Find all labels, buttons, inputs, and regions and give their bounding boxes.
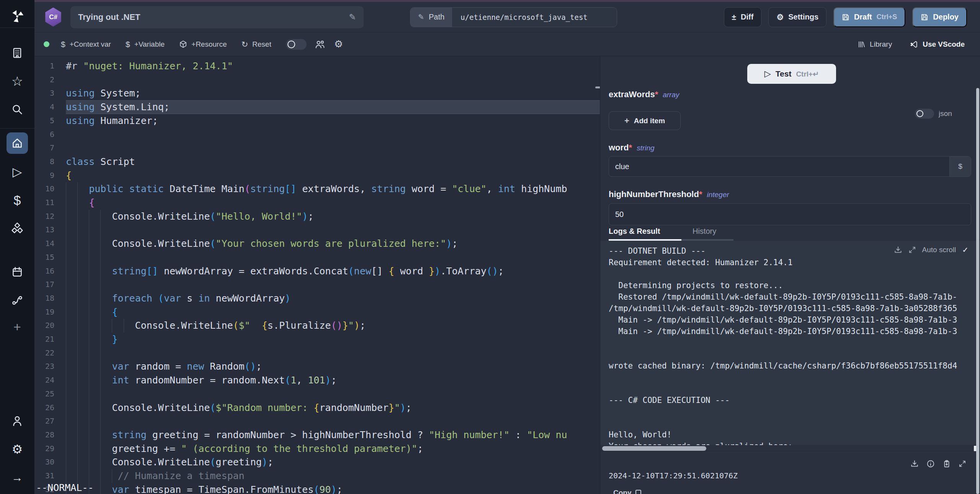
sidebar-item-resources-cubes-icon[interactable] bbox=[0, 214, 34, 243]
code-line[interactable]: 8class Script bbox=[34, 155, 600, 169]
code-line[interactable]: 15 bbox=[34, 251, 600, 264]
gear-icon: ⚙ bbox=[776, 13, 784, 21]
code-line[interactable]: 20 Console.WriteLine($" {s.Pluralize()}"… bbox=[34, 319, 600, 333]
logs-output[interactable]: --- DOTNET BUILD ---Requirement detected… bbox=[600, 241, 980, 445]
code-editor[interactable]: 1#r "nuget: Humanizer, 2.14.1"23using Sy… bbox=[34, 56, 600, 494]
code-line[interactable]: 16 string[] newWordArray = extraWords.Co… bbox=[34, 264, 600, 278]
settings-button[interactable]: ⚙ Settings bbox=[768, 7, 826, 27]
page-vertical-scrollbar[interactable] bbox=[976, 88, 979, 494]
add-variable-button[interactable]: $ +Variable bbox=[126, 40, 165, 49]
path-value[interactable]: u/etienne/microsoft_java_test bbox=[452, 8, 617, 27]
code-line[interactable]: 28 string greeting = randomNumber > high… bbox=[34, 428, 600, 442]
code-line[interactable]: 1#r "nuget: Humanizer, 2.14.1" bbox=[34, 59, 600, 73]
log-line: Restored /tmp/windmill/wk-default-89p2b-… bbox=[609, 291, 980, 303]
header: C# Trying out .NET ✎ ✎ Path u/etienne/mi… bbox=[34, 2, 980, 33]
field-name: extraWords bbox=[609, 90, 655, 99]
sidebar-item-home[interactable] bbox=[7, 132, 28, 154]
deploy-button[interactable]: Deploy bbox=[912, 7, 967, 27]
code-line[interactable]: 19 { bbox=[34, 305, 600, 319]
test-button[interactable]: ▷ Test Ctrl+↵ bbox=[747, 64, 836, 84]
code-line[interactable]: 24 int randomNumber = random.Next(1, 101… bbox=[34, 373, 600, 387]
copy-clipboard-icon[interactable] bbox=[942, 460, 951, 468]
code-line[interactable]: 6 bbox=[34, 128, 600, 142]
code-line[interactable]: 17 bbox=[34, 278, 600, 292]
line-number: 12 bbox=[34, 210, 66, 223]
add-context-var-button[interactable]: $ +Context var bbox=[61, 40, 111, 49]
editor-settings-gear-icon[interactable]: ⚙ bbox=[334, 38, 343, 50]
logs-horizontal-scrollbar[interactable] bbox=[602, 446, 706, 451]
code-line[interactable]: 14 Console.WriteLine("Your chosen words … bbox=[34, 237, 600, 251]
auto-scroll-checkbox[interactable]: ✓ bbox=[962, 245, 969, 254]
settings-gear-icon[interactable]: ⚙ bbox=[0, 435, 34, 463]
edit-title-pencil-icon[interactable]: ✎ bbox=[349, 12, 356, 22]
sidebar-item-runs-play-icon[interactable]: ▷ bbox=[0, 158, 34, 186]
tab-logs-result[interactable]: Logs & Result bbox=[609, 227, 660, 236]
code-line[interactable]: 10 public static DateTime Main(string[] … bbox=[34, 182, 600, 196]
code-line[interactable]: 32 var timespan = TimeSpan.FromMinutes(9… bbox=[34, 483, 600, 494]
tab-history[interactable]: History bbox=[693, 227, 716, 236]
line-number: 17 bbox=[34, 278, 66, 292]
script-title-input[interactable]: Trying out .NET ✎ bbox=[70, 6, 364, 28]
code-line[interactable]: 21 } bbox=[34, 333, 600, 346]
path-edit-button[interactable]: ✎ Path bbox=[410, 8, 452, 27]
line-number: 16 bbox=[34, 264, 66, 278]
code-line[interactable]: 11 { bbox=[34, 196, 600, 210]
add-item-button[interactable]: + Add item bbox=[609, 111, 681, 130]
toggle-knob bbox=[916, 110, 923, 117]
collapse-arrow-right-icon[interactable]: → bbox=[0, 463, 34, 492]
panel-resize-handle[interactable] bbox=[595, 86, 600, 88]
workspace-building-icon[interactable] bbox=[0, 39, 34, 67]
sidebar-item-variables-dollar-icon[interactable]: $ bbox=[0, 186, 34, 214]
use-vscode-button[interactable]: Use VScode bbox=[910, 40, 965, 49]
diff-mode-toggle[interactable] bbox=[286, 39, 307, 50]
code-line[interactable]: 2 bbox=[34, 73, 600, 87]
library-label: Library bbox=[870, 40, 892, 49]
json-toggle[interactable] bbox=[915, 109, 934, 119]
code-line[interactable]: 13 bbox=[34, 223, 600, 237]
add-resource-button[interactable]: +Resource bbox=[179, 40, 227, 49]
code-line[interactable]: 30 Console.WriteLine(greeting); bbox=[34, 455, 600, 469]
variable-picker-dollar-button[interactable]: $ bbox=[949, 157, 971, 176]
expand-logs-icon[interactable] bbox=[908, 246, 916, 254]
diff-button[interactable]: ± Diff bbox=[724, 7, 762, 27]
code-line[interactable]: 3using System; bbox=[34, 86, 600, 100]
library-button[interactable]: Library bbox=[858, 40, 892, 49]
sidebar-add-plus-icon[interactable]: + bbox=[0, 315, 34, 339]
favorites-star-icon[interactable]: ☆ bbox=[0, 67, 34, 95]
word-input[interactable]: clue $ bbox=[609, 156, 971, 177]
code-line[interactable]: 26 Console.WriteLine($"Random number: {r… bbox=[34, 401, 600, 415]
highnumberthreshold-input[interactable]: 50 bbox=[609, 203, 971, 225]
search-icon[interactable] bbox=[0, 95, 34, 124]
code-line[interactable]: 12 Console.WriteLine("Hello, World!"); bbox=[34, 210, 600, 223]
code-line[interactable]: 25 bbox=[34, 387, 600, 401]
code-line[interactable]: 9{ bbox=[34, 169, 600, 183]
code-line[interactable]: 27 bbox=[34, 414, 600, 428]
line-number: 22 bbox=[34, 346, 66, 360]
log-line bbox=[609, 349, 980, 360]
log-line: Main -> /tmp/windmill/wk-default-89p2b-I… bbox=[609, 326, 980, 337]
code-line[interactable]: 18 foreach (var s in newWordArray) bbox=[34, 292, 600, 305]
code-line[interactable]: 23 var random = new Random(); bbox=[34, 360, 600, 373]
account-person-icon[interactable] bbox=[0, 407, 34, 435]
windmill-logo-icon[interactable] bbox=[10, 5, 25, 28]
code-line[interactable]: 7 bbox=[34, 141, 600, 155]
sidebar-item-flows-route-icon[interactable] bbox=[0, 286, 34, 315]
code-line[interactable]: 5using Humanizer; bbox=[34, 114, 600, 128]
expand-result-icon[interactable] bbox=[959, 460, 966, 468]
info-icon[interactable] bbox=[926, 460, 935, 468]
code-line[interactable]: 4using System.Linq; bbox=[34, 100, 600, 114]
download-logs-icon[interactable] bbox=[894, 246, 902, 254]
sidebar-divider bbox=[0, 128, 34, 129]
draft-button[interactable]: Draft Ctrl+S bbox=[833, 7, 905, 27]
vim-mode-indicator: --NORMAL-- bbox=[36, 482, 94, 493]
reset-button[interactable]: ↻ Reset bbox=[241, 40, 271, 49]
sidebar-item-schedules-calendar-icon[interactable] bbox=[0, 258, 34, 286]
copy-result-button[interactable]: Copy bbox=[613, 489, 641, 494]
code-line[interactable]: 31 // Humanize a timespan bbox=[34, 469, 600, 483]
collaborators-users-icon[interactable] bbox=[315, 39, 325, 49]
script-title: Trying out .NET bbox=[78, 12, 349, 22]
code-line[interactable]: 22 bbox=[34, 346, 600, 360]
download-result-icon[interactable] bbox=[910, 460, 919, 468]
code-line[interactable]: 29 greeting += " (according to the thres… bbox=[34, 442, 600, 456]
field-label-extrawords: extraWords* array bbox=[609, 90, 679, 99]
